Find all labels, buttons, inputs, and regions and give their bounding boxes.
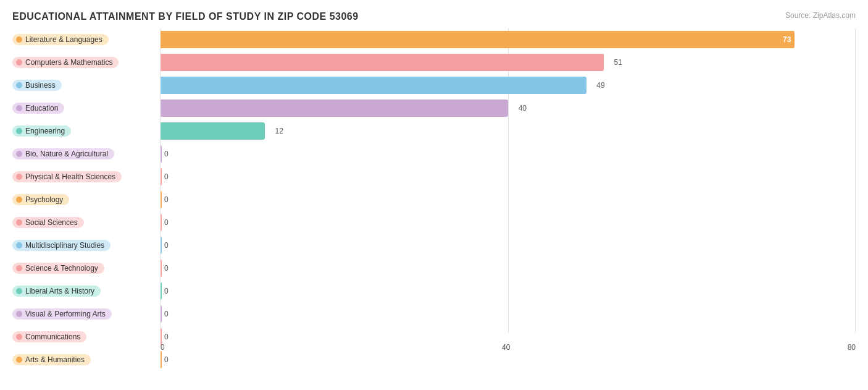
bar-label-text: Psychology — [25, 195, 63, 204]
bar-label-text: Education — [25, 104, 58, 112]
bar-value-zero: 0 — [164, 287, 169, 295]
label-pill: Psychology — [12, 194, 69, 205]
label-pill: Social Sciences — [12, 217, 84, 228]
bar-label-text: Business — [25, 81, 56, 90]
bar-value-zero: 0 — [164, 218, 169, 227]
bar-fill — [161, 145, 162, 163]
bar-track: 0 — [161, 168, 856, 185]
bars-section: Literature & Languages73Computers & Math… — [12, 28, 856, 333]
bar-label-text: Bio, Nature & Agricultural — [25, 150, 108, 158]
chart-title: EDUCATIONAL ATTAINMENT BY FIELD OF STUDY… — [12, 11, 856, 22]
bar-value: 51 — [614, 58, 622, 67]
bar-row: Arts & Humanities0 — [12, 349, 856, 371]
bar-label-text: Visual & Performing Arts — [25, 310, 106, 318]
bar-label-text: Arts & Humanities — [25, 355, 85, 364]
label-pill: Business — [12, 80, 62, 91]
bar-track: 12 — [161, 122, 856, 140]
bar-label-text: Multidisciplinary Studies — [25, 241, 104, 250]
bar-label-text: Liberal Arts & History — [25, 287, 94, 295]
bar-track: 0 — [161, 260, 856, 277]
bar-row: Visual & Performing Arts0 — [12, 303, 856, 325]
bar-fill: 49 — [161, 77, 586, 94]
bar-value-zero: 0 — [164, 333, 169, 341]
bar-fill: 12 — [161, 122, 265, 140]
label-dot — [16, 197, 22, 203]
x-axis-label: 80 — [848, 343, 856, 352]
label-dot — [16, 334, 22, 340]
bar-row: Physical & Health Sciences0 — [12, 166, 856, 188]
x-axis: 04080 — [161, 341, 856, 352]
bar-row: Engineering12 — [12, 120, 856, 142]
label-dot — [16, 151, 22, 157]
bar-fill — [161, 282, 162, 300]
bar-track: 0 — [161, 351, 856, 368]
label-dot — [16, 59, 22, 66]
bar-fill — [161, 237, 162, 254]
bar-track: 40 — [161, 100, 856, 117]
bar-fill — [161, 214, 162, 231]
label-pill: Arts & Humanities — [12, 354, 91, 365]
chart-container: EDUCATIONAL ATTAINMENT BY FIELD OF STUDY… — [0, 0, 868, 390]
label-dot — [16, 311, 22, 317]
bar-label-text: Literature & Languages — [25, 35, 102, 44]
bar-row: Bio, Nature & Agricultural0 — [12, 143, 856, 165]
bar-value: 12 — [275, 127, 283, 135]
bar-track: 0 — [161, 305, 856, 323]
bar-track: 0 — [161, 214, 856, 231]
label-pill: Literature & Languages — [12, 34, 109, 45]
label-pill: Engineering — [12, 125, 71, 137]
bar-fill — [161, 191, 162, 208]
bar-value-zero: 0 — [164, 150, 169, 158]
bar-row: Psychology0 — [12, 189, 856, 211]
bar-value: 73 — [783, 35, 791, 44]
label-pill: Communications — [12, 331, 86, 342]
label-pill: Computers & Mathematics — [12, 57, 119, 68]
bar-fill — [161, 168, 162, 185]
bar-fill: 51 — [161, 54, 604, 71]
bar-track: 51 — [161, 54, 856, 71]
label-pill: Visual & Performing Arts — [12, 308, 112, 320]
label-dot — [16, 128, 22, 134]
bar-label-text: Communications — [25, 333, 80, 341]
label-pill: Multidisciplinary Studies — [12, 240, 111, 251]
bar-row: Multidisciplinary Studies0 — [12, 234, 856, 256]
bar-label-text: Social Sciences — [25, 218, 78, 227]
bar-fill — [161, 351, 162, 368]
label-dot — [16, 265, 22, 271]
x-axis-label: 0 — [161, 343, 165, 352]
chart-area: Literature & Languages73Computers & Math… — [12, 28, 856, 352]
label-dot — [16, 82, 22, 88]
bar-value-zero: 0 — [164, 195, 169, 204]
bar-value: 49 — [596, 81, 604, 90]
bar-track: 0 — [161, 145, 856, 163]
bar-fill — [161, 260, 162, 277]
label-dot — [16, 105, 22, 111]
label-pill: Science & Technology — [12, 263, 104, 274]
bar-row: Science & Technology0 — [12, 257, 856, 279]
bar-track: 0 — [161, 282, 856, 300]
bar-label-text: Computers & Mathematics — [25, 58, 112, 67]
bar-row: Computers & Mathematics51 — [12, 51, 856, 74]
bar-row: Social Sciences0 — [12, 211, 856, 234]
label-dot — [16, 174, 22, 180]
bar-row: Literature & Languages73 — [12, 28, 856, 51]
bar-label-text: Physical & Health Sciences — [25, 172, 115, 181]
bar-fill: 40 — [161, 100, 508, 117]
label-dot — [16, 242, 22, 248]
label-pill: Liberal Arts & History — [12, 286, 101, 297]
label-dot — [16, 357, 22, 363]
label-dot — [16, 219, 22, 226]
source-label: Source: ZipAtlas.com — [785, 11, 856, 20]
bar-value-zero: 0 — [164, 241, 169, 250]
bar-fill: 73 — [161, 31, 795, 48]
x-axis-label: 40 — [502, 343, 510, 352]
bar-track: 73 — [161, 31, 856, 48]
bar-row: Liberal Arts & History0 — [12, 280, 856, 302]
bar-label-text: Science & Technology — [25, 264, 98, 273]
bar-track: 0 — [161, 237, 856, 254]
label-pill: Bio, Nature & Agricultural — [12, 148, 114, 159]
label-dot — [16, 288, 22, 294]
label-dot — [16, 36, 22, 43]
bar-track: 0 — [161, 191, 856, 208]
bar-value-zero: 0 — [164, 264, 169, 273]
